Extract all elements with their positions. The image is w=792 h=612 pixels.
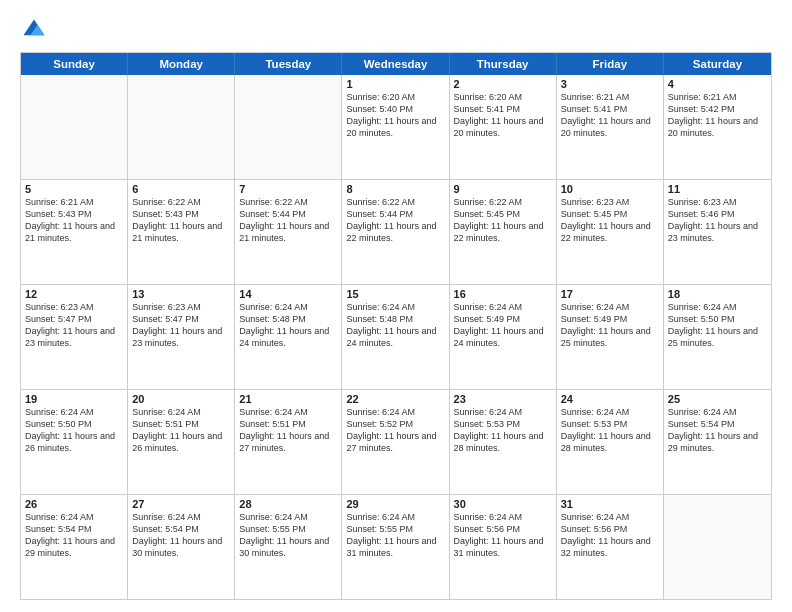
cell-info: Sunrise: 6:23 AM Sunset: 5:47 PM Dayligh…	[132, 301, 230, 350]
day-number: 19	[25, 393, 123, 405]
day-number: 2	[454, 78, 552, 90]
day-number: 21	[239, 393, 337, 405]
cal-cell: 29Sunrise: 6:24 AM Sunset: 5:55 PM Dayli…	[342, 495, 449, 599]
cal-row-2: 12Sunrise: 6:23 AM Sunset: 5:47 PM Dayli…	[21, 285, 771, 390]
cal-cell	[664, 495, 771, 599]
cal-cell: 12Sunrise: 6:23 AM Sunset: 5:47 PM Dayli…	[21, 285, 128, 389]
logo-icon	[20, 16, 48, 44]
cal-cell	[128, 75, 235, 179]
day-number: 16	[454, 288, 552, 300]
day-number: 7	[239, 183, 337, 195]
cell-info: Sunrise: 6:22 AM Sunset: 5:43 PM Dayligh…	[132, 196, 230, 245]
day-number: 22	[346, 393, 444, 405]
cal-cell: 26Sunrise: 6:24 AM Sunset: 5:54 PM Dayli…	[21, 495, 128, 599]
day-number: 27	[132, 498, 230, 510]
page: SundayMondayTuesdayWednesdayThursdayFrid…	[0, 0, 792, 612]
header-day-friday: Friday	[557, 53, 664, 75]
cal-cell: 4Sunrise: 6:21 AM Sunset: 5:42 PM Daylig…	[664, 75, 771, 179]
cal-cell: 31Sunrise: 6:24 AM Sunset: 5:56 PM Dayli…	[557, 495, 664, 599]
cal-cell: 20Sunrise: 6:24 AM Sunset: 5:51 PM Dayli…	[128, 390, 235, 494]
cell-info: Sunrise: 6:24 AM Sunset: 5:55 PM Dayligh…	[239, 511, 337, 560]
header-day-saturday: Saturday	[664, 53, 771, 75]
cell-info: Sunrise: 6:24 AM Sunset: 5:55 PM Dayligh…	[346, 511, 444, 560]
day-number: 3	[561, 78, 659, 90]
cal-cell: 24Sunrise: 6:24 AM Sunset: 5:53 PM Dayli…	[557, 390, 664, 494]
day-number: 11	[668, 183, 767, 195]
day-number: 29	[346, 498, 444, 510]
cal-cell: 25Sunrise: 6:24 AM Sunset: 5:54 PM Dayli…	[664, 390, 771, 494]
cell-info: Sunrise: 6:24 AM Sunset: 5:48 PM Dayligh…	[239, 301, 337, 350]
cell-info: Sunrise: 6:24 AM Sunset: 5:54 PM Dayligh…	[668, 406, 767, 455]
day-number: 17	[561, 288, 659, 300]
calendar-header-row: SundayMondayTuesdayWednesdayThursdayFrid…	[21, 53, 771, 75]
cell-info: Sunrise: 6:23 AM Sunset: 5:47 PM Dayligh…	[25, 301, 123, 350]
cell-info: Sunrise: 6:23 AM Sunset: 5:46 PM Dayligh…	[668, 196, 767, 245]
day-number: 10	[561, 183, 659, 195]
cell-info: Sunrise: 6:24 AM Sunset: 5:54 PM Dayligh…	[132, 511, 230, 560]
cal-cell: 22Sunrise: 6:24 AM Sunset: 5:52 PM Dayli…	[342, 390, 449, 494]
cal-row-0: 1Sunrise: 6:20 AM Sunset: 5:40 PM Daylig…	[21, 75, 771, 180]
cal-row-1: 5Sunrise: 6:21 AM Sunset: 5:43 PM Daylig…	[21, 180, 771, 285]
day-number: 6	[132, 183, 230, 195]
calendar-body: 1Sunrise: 6:20 AM Sunset: 5:40 PM Daylig…	[21, 75, 771, 599]
cal-cell: 8Sunrise: 6:22 AM Sunset: 5:44 PM Daylig…	[342, 180, 449, 284]
cell-info: Sunrise: 6:24 AM Sunset: 5:48 PM Dayligh…	[346, 301, 444, 350]
cal-cell: 19Sunrise: 6:24 AM Sunset: 5:50 PM Dayli…	[21, 390, 128, 494]
cell-info: Sunrise: 6:21 AM Sunset: 5:43 PM Dayligh…	[25, 196, 123, 245]
cell-info: Sunrise: 6:24 AM Sunset: 5:52 PM Dayligh…	[346, 406, 444, 455]
day-number: 12	[25, 288, 123, 300]
day-number: 14	[239, 288, 337, 300]
cal-cell: 18Sunrise: 6:24 AM Sunset: 5:50 PM Dayli…	[664, 285, 771, 389]
cal-cell	[21, 75, 128, 179]
header-day-wednesday: Wednesday	[342, 53, 449, 75]
day-number: 15	[346, 288, 444, 300]
day-number: 20	[132, 393, 230, 405]
header-day-tuesday: Tuesday	[235, 53, 342, 75]
day-number: 30	[454, 498, 552, 510]
cell-info: Sunrise: 6:24 AM Sunset: 5:51 PM Dayligh…	[239, 406, 337, 455]
cal-cell: 11Sunrise: 6:23 AM Sunset: 5:46 PM Dayli…	[664, 180, 771, 284]
cell-info: Sunrise: 6:24 AM Sunset: 5:56 PM Dayligh…	[454, 511, 552, 560]
cal-cell: 5Sunrise: 6:21 AM Sunset: 5:43 PM Daylig…	[21, 180, 128, 284]
cell-info: Sunrise: 6:24 AM Sunset: 5:56 PM Dayligh…	[561, 511, 659, 560]
day-number: 1	[346, 78, 444, 90]
header-day-thursday: Thursday	[450, 53, 557, 75]
cell-info: Sunrise: 6:24 AM Sunset: 5:54 PM Dayligh…	[25, 511, 123, 560]
cal-cell: 15Sunrise: 6:24 AM Sunset: 5:48 PM Dayli…	[342, 285, 449, 389]
cal-cell: 10Sunrise: 6:23 AM Sunset: 5:45 PM Dayli…	[557, 180, 664, 284]
logo	[20, 16, 52, 44]
cell-info: Sunrise: 6:22 AM Sunset: 5:44 PM Dayligh…	[239, 196, 337, 245]
cell-info: Sunrise: 6:24 AM Sunset: 5:49 PM Dayligh…	[561, 301, 659, 350]
cal-cell: 27Sunrise: 6:24 AM Sunset: 5:54 PM Dayli…	[128, 495, 235, 599]
cal-row-4: 26Sunrise: 6:24 AM Sunset: 5:54 PM Dayli…	[21, 495, 771, 599]
cell-info: Sunrise: 6:24 AM Sunset: 5:49 PM Dayligh…	[454, 301, 552, 350]
cell-info: Sunrise: 6:24 AM Sunset: 5:53 PM Dayligh…	[561, 406, 659, 455]
cal-cell	[235, 75, 342, 179]
header	[20, 16, 772, 44]
cal-cell: 14Sunrise: 6:24 AM Sunset: 5:48 PM Dayli…	[235, 285, 342, 389]
cal-cell: 28Sunrise: 6:24 AM Sunset: 5:55 PM Dayli…	[235, 495, 342, 599]
day-number: 25	[668, 393, 767, 405]
day-number: 26	[25, 498, 123, 510]
day-number: 28	[239, 498, 337, 510]
calendar: SundayMondayTuesdayWednesdayThursdayFrid…	[20, 52, 772, 600]
day-number: 18	[668, 288, 767, 300]
cell-info: Sunrise: 6:23 AM Sunset: 5:45 PM Dayligh…	[561, 196, 659, 245]
cell-info: Sunrise: 6:21 AM Sunset: 5:42 PM Dayligh…	[668, 91, 767, 140]
header-day-sunday: Sunday	[21, 53, 128, 75]
header-day-monday: Monday	[128, 53, 235, 75]
cal-cell: 1Sunrise: 6:20 AM Sunset: 5:40 PM Daylig…	[342, 75, 449, 179]
day-number: 4	[668, 78, 767, 90]
cell-info: Sunrise: 6:20 AM Sunset: 5:40 PM Dayligh…	[346, 91, 444, 140]
cal-cell: 17Sunrise: 6:24 AM Sunset: 5:49 PM Dayli…	[557, 285, 664, 389]
cell-info: Sunrise: 6:20 AM Sunset: 5:41 PM Dayligh…	[454, 91, 552, 140]
cal-cell: 2Sunrise: 6:20 AM Sunset: 5:41 PM Daylig…	[450, 75, 557, 179]
cal-cell: 3Sunrise: 6:21 AM Sunset: 5:41 PM Daylig…	[557, 75, 664, 179]
day-number: 5	[25, 183, 123, 195]
cal-row-3: 19Sunrise: 6:24 AM Sunset: 5:50 PM Dayli…	[21, 390, 771, 495]
day-number: 24	[561, 393, 659, 405]
cal-cell: 23Sunrise: 6:24 AM Sunset: 5:53 PM Dayli…	[450, 390, 557, 494]
cal-cell: 9Sunrise: 6:22 AM Sunset: 5:45 PM Daylig…	[450, 180, 557, 284]
cell-info: Sunrise: 6:24 AM Sunset: 5:51 PM Dayligh…	[132, 406, 230, 455]
day-number: 9	[454, 183, 552, 195]
